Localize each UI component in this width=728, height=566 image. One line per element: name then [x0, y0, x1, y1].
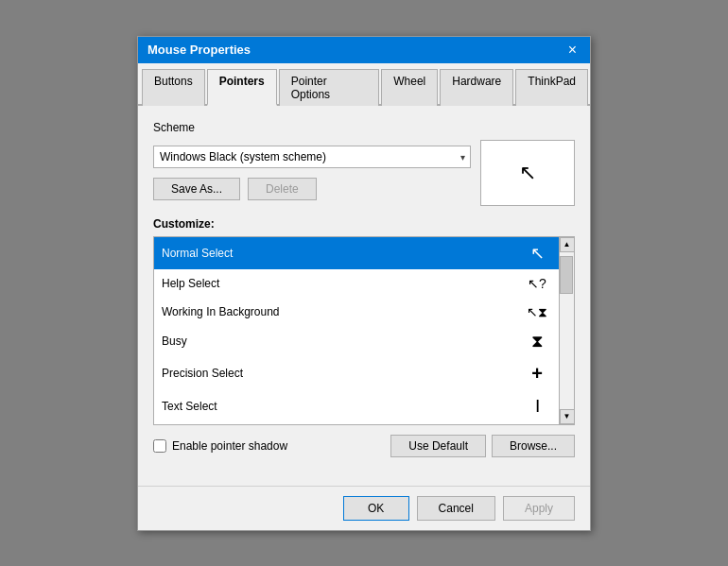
help-select-label: Help Select	[162, 277, 219, 290]
precision-select-icon	[523, 363, 551, 385]
tab-wheel[interactable]: Wheel	[381, 69, 438, 106]
pointer-shadow-row: Enable pointer shadow	[153, 439, 379, 453]
pointer-shadow-checkbox[interactable]	[153, 439, 166, 453]
list-item-precision-select[interactable]: Precision Select	[154, 357, 559, 390]
list-item-help-select[interactable]: Help Select	[154, 269, 559, 298]
text-select-icon	[523, 396, 551, 417]
dialog-title: Mouse Properties	[147, 43, 251, 57]
scheme-label: Scheme	[153, 121, 575, 134]
pointer-section: Enable pointer shadow Use Default Browse…	[153, 435, 575, 457]
scheme-dropdown[interactable]: Windows Black (system scheme)	[153, 146, 471, 168]
scheme-controls: Windows Black (system scheme) ▾ Save As.…	[153, 146, 471, 200]
scroll-down-button[interactable]: ▼	[560, 409, 575, 424]
customize-label: Customize:	[153, 217, 575, 231]
browse-button[interactable]: Browse...	[492, 435, 575, 457]
use-default-button[interactable]: Use Default	[390, 435, 486, 457]
precision-select-label: Precision Select	[162, 367, 243, 380]
dialog-footer: OK Cancel Apply	[138, 486, 590, 530]
list-scrollbar: ▲ ▼	[559, 237, 574, 424]
tab-thinkpad[interactable]: ThinkPad	[515, 69, 588, 106]
pointer-action-buttons: Use Default Browse...	[390, 435, 575, 457]
scroll-track	[560, 252, 574, 409]
busy-icon	[523, 332, 551, 352]
ok-button[interactable]: OK	[343, 496, 409, 521]
delete-button[interactable]: Delete	[248, 178, 317, 200]
tab-content: Scheme Windows Black (system scheme) ▾ S…	[138, 106, 590, 486]
cancel-button[interactable]: Cancel	[417, 496, 495, 521]
preview-cursor-icon: ↖	[519, 161, 536, 185]
cursor-list-container: Normal Select Help Select Working In Bac…	[153, 236, 575, 425]
title-bar: Mouse Properties ×	[138, 37, 590, 63]
close-button[interactable]: ×	[564, 43, 581, 58]
tab-buttons[interactable]: Buttons	[142, 69, 205, 106]
normal-select-icon	[523, 243, 551, 264]
cursor-list: Normal Select Help Select Working In Bac…	[154, 237, 559, 424]
apply-button[interactable]: Apply	[503, 496, 575, 521]
list-item-text-select[interactable]: Text Select	[154, 390, 559, 422]
help-select-icon	[523, 275, 551, 292]
scheme-section: Scheme Windows Black (system scheme) ▾ S…	[153, 121, 575, 206]
tab-pointers[interactable]: Pointers	[207, 69, 277, 106]
normal-select-label: Normal Select	[162, 247, 233, 260]
working-bg-icon	[523, 303, 551, 320]
mouse-properties-dialog: Mouse Properties × Buttons Pointers Poin…	[137, 36, 591, 531]
tab-hardware[interactable]: Hardware	[440, 69, 513, 106]
text-select-label: Text Select	[162, 400, 217, 413]
scheme-preview: ↖	[480, 140, 575, 206]
working-bg-label: Working In Background	[162, 305, 280, 318]
busy-label: Busy	[162, 334, 187, 348]
tab-bar: Buttons Pointers Pointer Options Wheel H…	[138, 63, 590, 106]
list-item-busy[interactable]: Busy	[154, 326, 559, 357]
list-item-normal-select[interactable]: Normal Select	[154, 237, 559, 269]
scheme-select-wrapper: Windows Black (system scheme) ▾	[153, 146, 471, 168]
pointer-shadow-label: Enable pointer shadow	[172, 439, 287, 453]
scroll-up-button[interactable]: ▲	[560, 237, 575, 252]
scheme-button-row: Save As... Delete	[153, 178, 471, 200]
scroll-thumb[interactable]	[560, 256, 573, 294]
save-as-button[interactable]: Save As...	[153, 178, 240, 200]
scheme-row: Windows Black (system scheme) ▾ Save As.…	[153, 140, 575, 206]
list-item-working-bg[interactable]: Working In Background	[154, 298, 559, 326]
tab-pointer-options[interactable]: Pointer Options	[279, 69, 380, 106]
